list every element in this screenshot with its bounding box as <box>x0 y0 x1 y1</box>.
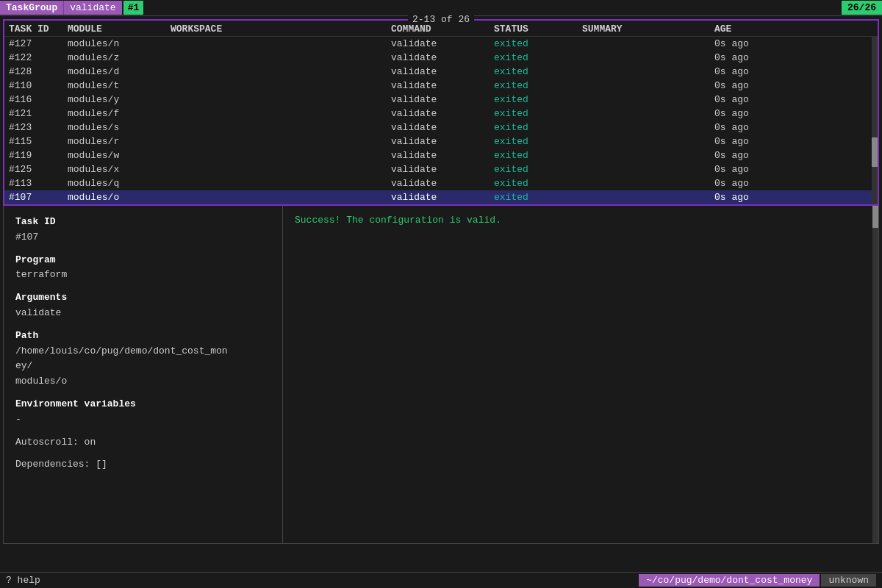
col-header-module: MODULE <box>68 24 171 35</box>
workspace-cell <box>171 80 391 91</box>
current-path: ~/co/pug/demo/dont_cost_money <box>639 574 820 587</box>
command-cell: validate <box>391 80 494 91</box>
summary-cell <box>582 38 714 49</box>
table-scrollbar[interactable] <box>872 37 878 204</box>
task-id-cell: #110 <box>9 80 68 91</box>
program-label: Program <box>15 253 270 268</box>
task-id-label: Task ID <box>15 215 270 230</box>
command-cell: validate <box>391 108 494 119</box>
task-id-cell: #115 <box>9 136 68 147</box>
env-label: Environment variables <box>15 397 270 412</box>
status-label: unknown <box>821 574 876 587</box>
task-counter: 26/26 <box>842 1 882 15</box>
table-row[interactable]: #128modules/dvalidateexited0s ago <box>4 65 878 79</box>
module-cell: modules/t <box>68 80 171 91</box>
command-cell: validate <box>391 136 494 147</box>
status-cell: exited <box>494 94 582 105</box>
path-label: Path <box>15 329 270 344</box>
table-row[interactable]: #127modules/nvalidateexited0s ago <box>4 37 878 51</box>
workspace-cell <box>171 192 391 203</box>
summary-cell <box>582 178 714 189</box>
arguments-value: validate <box>15 306 270 321</box>
table-row[interactable]: #113modules/qvalidateexited0s ago <box>4 176 878 190</box>
detail-scrollbar[interactable] <box>872 206 878 543</box>
command-cell: validate <box>391 52 494 63</box>
table-row[interactable]: #123modules/svalidateexited0s ago <box>4 121 878 135</box>
summary-cell <box>582 52 714 63</box>
table-body: #127modules/nvalidateexited0s ago#122mod… <box>4 37 878 204</box>
dependencies-group: Dependencies: [] <box>15 457 270 473</box>
age-cell: 0s ago <box>714 94 788 105</box>
table-row[interactable]: #116modules/yvalidateexited0s ago <box>4 93 878 107</box>
detail-output-panel: Success! The configuration is valid. <box>283 206 872 543</box>
autoscroll-group: Autoscroll: on <box>15 435 270 451</box>
bottom-bar: ? help ~/co/pug/demo/dont_cost_money unk… <box>0 572 882 588</box>
module-cell: modules/r <box>68 136 171 147</box>
module-cell: modules/w <box>68 150 171 161</box>
module-cell: modules/q <box>68 178 171 189</box>
age-cell: 0s ago <box>714 122 788 133</box>
task-id-cell: #116 <box>9 94 68 105</box>
table-row[interactable]: #119modules/wvalidateexited0s ago <box>4 148 878 162</box>
workspace-cell <box>171 108 391 119</box>
age-cell: 0s ago <box>714 80 788 91</box>
module-cell: modules/y <box>68 94 171 105</box>
workspace-cell <box>171 164 391 175</box>
task-id-cell: #113 <box>9 178 68 189</box>
status-cell: exited <box>494 108 582 119</box>
module-cell: modules/n <box>68 38 171 49</box>
env-group: Environment variables - <box>15 397 270 428</box>
task-id-cell: #123 <box>9 122 68 133</box>
module-cell: modules/f <box>68 108 171 119</box>
workspace-cell <box>171 122 391 133</box>
detail-scrollbar-thumb[interactable] <box>872 206 878 228</box>
age-cell: 0s ago <box>714 150 788 161</box>
command-cell: validate <box>391 178 494 189</box>
workspace-cell <box>171 66 391 77</box>
age-cell: 0s ago <box>714 52 788 63</box>
task-id-value: #107 <box>15 230 270 245</box>
module-cell: modules/x <box>68 164 171 175</box>
task-id-cell: #119 <box>9 150 68 161</box>
arguments-label: Arguments <box>15 290 270 306</box>
table-row[interactable]: #125modules/xvalidateexited0s ago <box>4 162 878 176</box>
task-id-cell: #107 <box>9 192 68 203</box>
summary-cell <box>582 108 714 119</box>
summary-cell <box>582 150 714 161</box>
summary-cell <box>582 164 714 175</box>
table-scrollbar-thumb[interactable] <box>872 137 878 167</box>
status-cell: exited <box>494 192 582 203</box>
command-cell: validate <box>391 66 494 77</box>
status-cell: exited <box>494 150 582 161</box>
validate-label[interactable]: validate <box>63 1 121 15</box>
table-row[interactable]: #107modules/ovalidateexited0s ago <box>4 190 878 204</box>
col-header-workspace: WORKSPACE <box>171 24 391 35</box>
detail-left-panel: Task ID #107 Program terraform Arguments… <box>4 206 283 543</box>
help-label[interactable]: ? help <box>6 575 40 586</box>
status-cell: exited <box>494 164 582 175</box>
table-row[interactable]: #121modules/fvalidateexited0s ago <box>4 107 878 121</box>
env-value: - <box>15 412 270 428</box>
status-cell: exited <box>494 52 582 63</box>
table-row[interactable]: #122modules/zvalidateexited0s ago <box>4 51 878 65</box>
workspace-cell <box>171 136 391 147</box>
col-header-summary: SUMMARY <box>582 24 714 35</box>
path-line3: modules/o <box>15 374 270 390</box>
program-group: Program terraform <box>15 253 270 284</box>
workspace-cell <box>171 94 391 105</box>
command-cell: validate <box>391 38 494 49</box>
age-cell: 0s ago <box>714 38 788 49</box>
path-line2: ey/ <box>15 359 270 374</box>
module-cell: modules/z <box>68 52 171 63</box>
table-row[interactable]: #115modules/rvalidateexited0s ago <box>4 135 878 148</box>
taskgroup-label[interactable]: TaskGroup <box>0 1 63 15</box>
summary-cell <box>582 94 714 105</box>
age-cell: 0s ago <box>714 192 788 203</box>
module-cell: modules/d <box>68 66 171 77</box>
table-row[interactable]: #110modules/tvalidateexited0s ago <box>4 79 878 93</box>
summary-cell <box>582 66 714 77</box>
status-cell: exited <box>494 136 582 147</box>
table-pagination: 2-13 of 26 <box>408 14 474 25</box>
summary-cell <box>582 136 714 147</box>
task-badge: #1 <box>123 1 144 15</box>
